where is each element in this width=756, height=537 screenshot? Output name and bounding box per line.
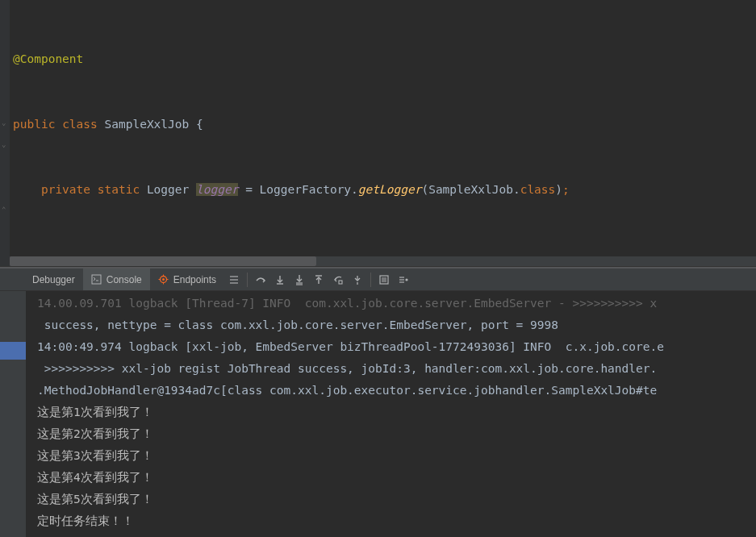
- stdout-line: 这是第5次看到我了！: [37, 489, 756, 510]
- separator: [247, 273, 248, 287]
- step-over-icon[interactable]: [252, 271, 269, 289]
- horizontal-scrollbar[interactable]: [10, 256, 756, 266]
- code-editor[interactable]: ⌄ ⌄ ⌃ @Component public class SampleXxlJ…: [0, 0, 756, 266]
- drop-frame-icon[interactable]: [329, 271, 347, 289]
- step-out-icon[interactable]: [310, 271, 328, 289]
- debug-tool-window: Debugger Console Endpoints: [0, 268, 756, 537]
- endpoints-icon: [158, 274, 169, 285]
- stdout-line: 定时任务结束！！: [37, 510, 756, 532]
- log-line: success, nettype = class com.xxl.job.cor…: [37, 314, 756, 336]
- svg-point-28: [406, 278, 408, 281]
- stdout-line: 这是第3次看到我了！: [37, 445, 756, 467]
- svg-rect-18: [339, 281, 342, 284]
- stdout-line: 这是第4次看到我了！: [37, 467, 756, 489]
- step-into-icon[interactable]: [271, 271, 289, 289]
- separator: [370, 273, 371, 287]
- tab-console[interactable]: Console: [83, 268, 150, 290]
- console-icon: [91, 274, 102, 285]
- tab-label: Console: [107, 274, 142, 285]
- console-gutter: [0, 291, 26, 537]
- run-to-cursor-icon[interactable]: [349, 271, 366, 289]
- field-logger: logger: [196, 183, 238, 196]
- tab-label: Debugger: [32, 274, 75, 285]
- force-step-into-icon[interactable]: [290, 271, 308, 289]
- console-body: 14.00.09.701 logback [Thread-7] INFO com…: [0, 291, 756, 537]
- code-content[interactable]: @Component public class SampleXxlJob { p…: [10, 0, 756, 266]
- tab-debugger[interactable]: Debugger: [24, 268, 83, 290]
- editor-gutter: ⌄ ⌄ ⌃: [0, 0, 10, 266]
- gutter-marker-icon: ⌄: [2, 119, 8, 127]
- scrollbar-thumb[interactable]: [10, 256, 316, 266]
- log-line: 14:00:49.974 logback [xxl-job, EmbedServ…: [37, 336, 756, 358]
- gutter-marker-icon: ⌃: [2, 206, 8, 214]
- log-line: >>>>>>>>>> xxl-job regist JobThread succ…: [37, 358, 756, 380]
- trace-current-icon[interactable]: [395, 271, 412, 289]
- svg-rect-0: [92, 275, 101, 284]
- svg-point-3: [162, 278, 165, 281]
- list-icon[interactable]: [225, 271, 243, 289]
- tab-endpoints[interactable]: Endpoints: [150, 268, 224, 290]
- evaluate-icon[interactable]: [375, 271, 393, 289]
- stdout-line: 这是第1次看到我了！: [37, 402, 756, 423]
- tab-label: Endpoints: [173, 274, 216, 285]
- gutter-marker-icon: ⌄: [2, 140, 8, 148]
- log-line: 14.00.09.701 logback [Thread-7] INFO com…: [37, 293, 756, 314]
- annotation: @Component: [13, 52, 83, 65]
- stdout-line: 这是第2次看到我了！: [37, 423, 756, 445]
- tool-tabs-bar: Debugger Console Endpoints: [0, 268, 756, 291]
- gutter-highlight: [0, 342, 26, 360]
- console-output[interactable]: 14.00.09.701 logback [Thread-7] INFO com…: [26, 291, 756, 537]
- log-line: .MethodJobHandler@1934ad7c[class com.xxl…: [37, 380, 756, 402]
